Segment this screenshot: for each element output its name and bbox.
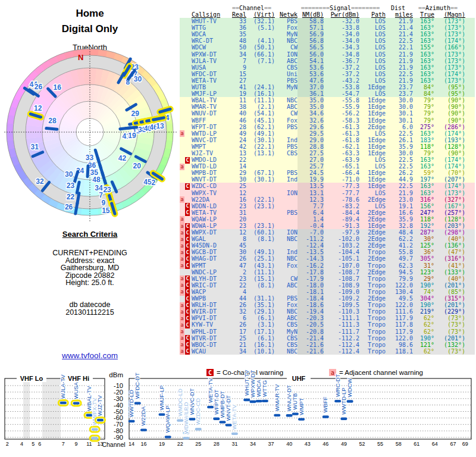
table-row: aCW22DA16(22.1)12.3-78.62Edge23.0316°(32… xyxy=(180,196,475,203)
network-cell xyxy=(275,289,298,295)
path-cell: Tropo xyxy=(359,342,386,348)
table-row: aCWWTD-LD1425.7-65.1LOS22.5163°(174°) xyxy=(180,163,475,170)
real-channel-cell: 7 xyxy=(231,58,246,64)
table-row: aCWMPB-DT29(67.1)PBS24.5-66.41Edge26.259… xyxy=(180,170,475,176)
noise-margin-cell: 37.0 xyxy=(298,84,324,90)
azimuth-true-cell: 118° xyxy=(413,143,434,150)
real-channel-cell: 40 xyxy=(231,110,246,117)
path-cell: LOS xyxy=(359,190,386,196)
real-channel-cell: 9 xyxy=(231,64,246,71)
signal-marker xyxy=(322,415,329,418)
path-cell: 2Edge xyxy=(359,242,386,249)
real-channel-cell: 42 xyxy=(231,143,246,150)
svg-text:C: C xyxy=(208,370,212,376)
power-cell: -36.7 xyxy=(324,58,359,64)
network-cell: Ind xyxy=(275,249,298,255)
real-channel-cell: 31 xyxy=(231,209,246,216)
table-row: aCW45DN-D45-12.4-103.22Edge41.2125°(136°… xyxy=(180,242,475,249)
path-cell: 1Edge xyxy=(359,117,386,124)
noise-margin-cell: 29.6 xyxy=(298,124,324,130)
azimuth-magnetic-cell: (174°) xyxy=(434,156,465,163)
network-cell: ION xyxy=(275,190,298,196)
column-header: (Magn) xyxy=(434,11,465,18)
noise-margin-cell: 28.8 xyxy=(298,143,324,150)
vhf-channel-tick: 11 xyxy=(86,441,92,447)
radar-plot: N234783029411384046134119422045233363548… xyxy=(4,47,177,226)
azimuth-magnetic-cell: (95°) xyxy=(434,84,465,90)
table-row: aCWBAL-TV11(11.1)NBC35.0-55.81Edge30.079… xyxy=(180,97,475,104)
azimuth-magnetic-cell: (174°) xyxy=(434,130,465,137)
tvfool-link[interactable]: www.tvfool.com xyxy=(62,351,118,360)
path-cell: LOS xyxy=(359,71,386,77)
chart-callsign-label: WMAR-TV xyxy=(274,384,280,411)
adjacent-channel-flag: a xyxy=(180,243,184,249)
network-cell: ABC xyxy=(275,104,298,110)
table-row: aCWBOC-DT21(16.1)CBS-21.6-112.4Tropo98.6… xyxy=(180,342,475,348)
network-cell: Fox xyxy=(275,24,298,31)
azimuth-true-cell: 62° xyxy=(413,315,434,321)
network-cell xyxy=(275,90,298,97)
noise-margin-cell: -17.8 xyxy=(298,269,324,276)
path-cell: Tropo xyxy=(359,249,386,255)
network-cell xyxy=(275,269,298,276)
vhf-channel-tick: 4 xyxy=(20,441,23,447)
signal-marker xyxy=(274,414,280,417)
signal-strength-chart: C= Co-channel warninga= Adjacent channel… xyxy=(0,364,476,457)
distance-cell: 117.9 xyxy=(386,315,413,321)
adjacent-channel-flag: a xyxy=(180,348,184,355)
virtual-channel-cell: (24.1) xyxy=(246,84,275,90)
co-channel-flag: C xyxy=(185,322,190,328)
radar-channel-label: 22 xyxy=(67,193,75,201)
virtual-channel-cell: (35.1) xyxy=(246,302,275,308)
azimuth-true-cell: 304° xyxy=(413,295,434,302)
distance-cell: 23.0 xyxy=(386,196,413,203)
azimuth-true-cell: 163° xyxy=(413,130,434,137)
callsign-cell: WTTG xyxy=(190,24,231,31)
network-cell: ABC xyxy=(275,282,298,289)
radar-channel-label: 29 xyxy=(131,109,140,118)
callsign-cell: WPVI-DT xyxy=(190,315,231,321)
callsign-cell: WJZ-TV xyxy=(190,150,231,156)
network-cell: NBC xyxy=(275,255,298,262)
azimuth-magnetic-cell: (90°) xyxy=(434,150,465,156)
adjacent-channel-flag: a xyxy=(180,216,184,223)
table-row: aCWDCA35MyN56.9-34.0LOS21.4163°(173°) xyxy=(180,31,475,37)
table-group-header: ==Channel==========Signal========Dist==A… xyxy=(180,5,475,11)
distance-cell: 49.5 xyxy=(386,295,413,302)
path-cell: LOS xyxy=(359,90,386,97)
azimuth-true-cell: 163° xyxy=(413,58,434,64)
callsign-cell: WBFF xyxy=(190,117,231,124)
noise-margin-cell: 54.1 xyxy=(298,58,324,64)
noise-margin-cell: 6.4 xyxy=(298,209,324,216)
real-channel-cell: 25 xyxy=(231,335,246,342)
power-cell: -53.8 xyxy=(324,84,359,90)
virtual-channel-cell xyxy=(246,190,275,196)
distance-cell: 118.1 xyxy=(386,348,413,355)
table-row: aCWETA-TV27PBS47.6-43.2LOS21.9163°(173°) xyxy=(180,77,475,84)
distance-cell: 41.2 xyxy=(386,242,413,249)
chart-callsign-label: WJLA-TV xyxy=(60,374,66,399)
virtual-channel-cell: (66.1) xyxy=(246,51,275,58)
adjacent-channel-legend: = Adjacent channel warning xyxy=(339,369,423,376)
noise-margin-cell: 53.6 xyxy=(298,71,324,77)
adjacent-channel-flag: a xyxy=(180,196,184,203)
real-channel-cell: 49 xyxy=(231,130,246,137)
azimuth-magnetic-cell: (40°) xyxy=(434,276,465,282)
noise-margin-cell: -0.4 xyxy=(298,223,324,229)
virtual-channel-cell: (29.1) xyxy=(246,308,275,315)
noise-margin-cell: -14.3 xyxy=(298,255,324,262)
azimuth-true-cell: 247° xyxy=(413,209,434,216)
distance-cell: 62.2 xyxy=(386,236,413,242)
noise-margin-cell: 36.1 xyxy=(298,90,324,97)
y-axis-label: dBm xyxy=(109,371,123,378)
table-row: aCWJLA-TV7(7.1)ABC54.1-36.7LOS21.9163°(1… xyxy=(180,58,475,64)
co-channel-flag: C xyxy=(185,296,190,302)
virtual-channel-cell: (43.1) xyxy=(246,262,275,269)
network-cell: ABC xyxy=(275,315,298,321)
callsign-cell: WETA-TV xyxy=(190,209,231,216)
network-cell: Uni xyxy=(275,71,298,77)
callsign-cell: WDDN-LD xyxy=(190,203,231,209)
power-cell: -34.0 xyxy=(324,37,359,44)
power-cell: -112.4 xyxy=(324,348,359,355)
path-cell: LOS xyxy=(359,77,386,84)
